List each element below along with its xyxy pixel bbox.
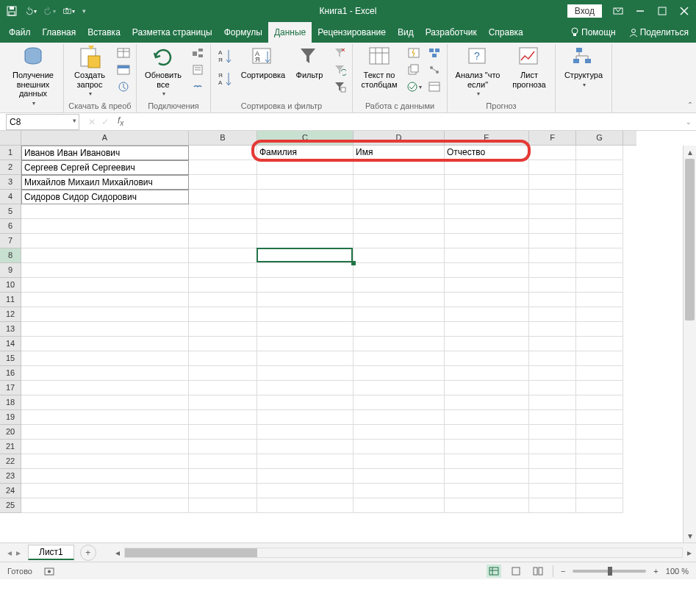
cell-D25[interactable] xyxy=(354,498,445,513)
cell-E6[interactable] xyxy=(445,219,529,234)
cell-F23[interactable] xyxy=(529,469,576,484)
cell-B13[interactable] xyxy=(189,322,257,337)
cell-B11[interactable] xyxy=(189,293,257,307)
cell-C20[interactable] xyxy=(257,425,354,440)
view-page-layout-icon[interactable] xyxy=(509,565,523,578)
cell-A22[interactable] xyxy=(21,454,189,469)
cell-B7[interactable] xyxy=(189,234,257,248)
cell-A2[interactable]: Сергеев Сергей Сергеевич xyxy=(21,160,189,175)
cell-G14[interactable] xyxy=(576,337,623,351)
cell-C4[interactable] xyxy=(257,190,354,204)
collapse-ribbon-icon[interactable]: ˆ xyxy=(689,101,692,112)
row-header-13[interactable]: 13 xyxy=(0,322,21,337)
scroll-up-icon[interactable]: ▴ xyxy=(684,146,696,159)
cell-A3[interactable]: Михайлов Михаил Михайлович xyxy=(21,175,189,190)
cell-F20[interactable] xyxy=(529,425,576,440)
ribbon-options-icon[interactable] xyxy=(612,5,624,17)
column-header-B[interactable]: B xyxy=(189,131,257,146)
row-header-4[interactable]: 4 xyxy=(0,190,21,204)
cell-E4[interactable] xyxy=(445,190,529,204)
cell-G11[interactable] xyxy=(576,293,623,307)
cell-E20[interactable] xyxy=(445,425,529,440)
row-header-1[interactable]: 1 xyxy=(0,146,21,160)
cell-F12[interactable] xyxy=(529,307,576,322)
cell-C10[interactable] xyxy=(257,278,354,293)
select-all-corner[interactable] xyxy=(0,131,21,146)
cell-F10[interactable] xyxy=(529,278,576,293)
login-button[interactable]: Вход xyxy=(567,4,602,18)
cell-A23[interactable] xyxy=(21,469,189,484)
row-header-16[interactable]: 16 xyxy=(0,366,21,381)
cell-D15[interactable] xyxy=(354,351,445,366)
cell-E9[interactable] xyxy=(445,263,529,278)
cell-C16[interactable] xyxy=(257,366,354,381)
cell-B1[interactable] xyxy=(189,146,257,160)
cell-D6[interactable] xyxy=(354,219,445,234)
share-button[interactable]: Поделиться xyxy=(625,27,693,37)
cell-G24[interactable] xyxy=(576,484,623,498)
cell-E16[interactable] xyxy=(445,366,529,381)
cell-B2[interactable] xyxy=(189,160,257,175)
cell-B6[interactable] xyxy=(189,219,257,234)
cell-A1[interactable]: Иванов Иван Иванович xyxy=(21,146,189,160)
tab-formulas[interactable]: Формулы xyxy=(218,22,268,43)
column-header-C[interactable]: C xyxy=(257,131,354,146)
cell-D18[interactable] xyxy=(354,395,445,410)
cell-F19[interactable] xyxy=(529,410,576,425)
cell-D19[interactable] xyxy=(354,410,445,425)
cell-C13[interactable] xyxy=(257,322,354,337)
cell-A20[interactable] xyxy=(21,425,189,440)
cell-F17[interactable] xyxy=(529,381,576,395)
recent-sources-button[interactable] xyxy=(115,79,132,94)
cell-C1[interactable]: Фамилия xyxy=(257,146,354,160)
cell-D22[interactable] xyxy=(354,454,445,469)
show-queries-button[interactable] xyxy=(115,46,132,60)
zoom-in-button[interactable]: + xyxy=(653,567,658,576)
cell-A5[interactable] xyxy=(21,204,189,219)
expand-formula-bar-icon[interactable]: ⌄ xyxy=(681,118,696,126)
cell-A10[interactable] xyxy=(21,278,189,293)
cell-A6[interactable] xyxy=(21,219,189,234)
zoom-value[interactable]: 100 % xyxy=(666,567,689,576)
row-header-19[interactable]: 19 xyxy=(0,410,21,425)
cell-G20[interactable] xyxy=(576,425,623,440)
row-header-23[interactable]: 23 xyxy=(0,469,21,484)
cell-G19[interactable] xyxy=(576,410,623,425)
cell-E10[interactable] xyxy=(445,278,529,293)
sort-button[interactable]: АЯ Сортировка xyxy=(239,46,287,80)
cell-D9[interactable] xyxy=(354,263,445,278)
cell-E17[interactable] xyxy=(445,381,529,395)
row-header-22[interactable]: 22 xyxy=(0,454,21,469)
cells-grid[interactable]: Иванов Иван ИвановичФамилияИмяОтчествоСе… xyxy=(21,146,683,542)
cell-A8[interactable] xyxy=(21,248,189,263)
clear-filter-button[interactable] xyxy=(331,46,348,60)
cell-A17[interactable] xyxy=(21,381,189,395)
cell-A13[interactable] xyxy=(21,322,189,337)
cell-C17[interactable] xyxy=(257,381,354,395)
cell-C11[interactable] xyxy=(257,293,354,307)
cell-F16[interactable] xyxy=(529,366,576,381)
cell-D23[interactable] xyxy=(354,469,445,484)
cell-G17[interactable] xyxy=(576,381,623,395)
cell-E18[interactable] xyxy=(445,395,529,410)
tab-layout[interactable]: Разметка страницы xyxy=(126,22,218,43)
tab-home[interactable]: Главная xyxy=(37,22,82,43)
row-header-6[interactable]: 6 xyxy=(0,219,21,234)
column-header-A[interactable]: A xyxy=(21,131,189,146)
cell-B23[interactable] xyxy=(189,469,257,484)
cell-C12[interactable] xyxy=(257,307,354,322)
row-header-11[interactable]: 11 xyxy=(0,293,21,307)
cell-A15[interactable] xyxy=(21,351,189,366)
advanced-filter-button[interactable] xyxy=(331,79,348,94)
cell-C8[interactable] xyxy=(257,248,354,263)
properties-button[interactable] xyxy=(190,62,206,77)
cell-E12[interactable] xyxy=(445,307,529,322)
horizontal-scrollbar[interactable]: ◂ ▸ xyxy=(111,548,696,558)
cell-A7[interactable] xyxy=(21,234,189,248)
row-header-12[interactable]: 12 xyxy=(0,307,21,322)
cell-A9[interactable] xyxy=(21,263,189,278)
data-model-button[interactable] xyxy=(426,79,442,94)
cell-C14[interactable] xyxy=(257,337,354,351)
row-header-9[interactable]: 9 xyxy=(0,263,21,278)
cell-D21[interactable] xyxy=(354,440,445,454)
